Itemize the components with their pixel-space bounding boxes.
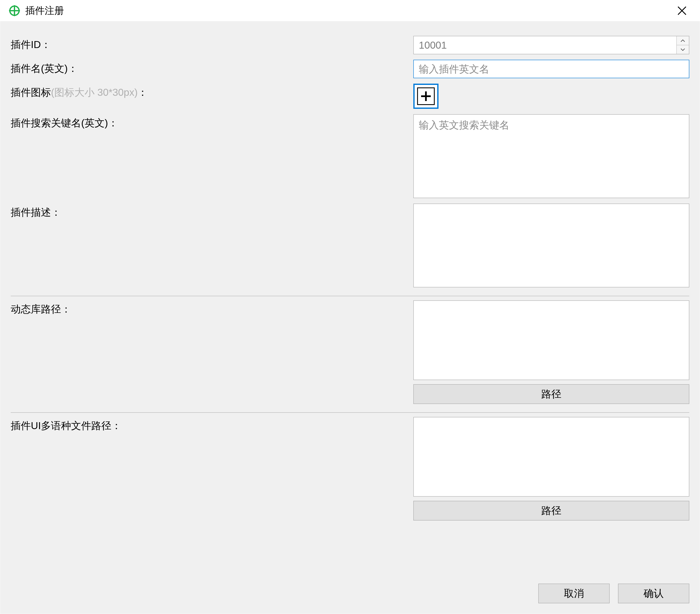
spinner-down[interactable] bbox=[677, 45, 689, 54]
ui-lang-path-browse-button[interactable]: 路径 bbox=[413, 501, 689, 521]
chevron-down-icon bbox=[680, 48, 685, 51]
section-ui-lang-path: 插件UI多语种文件路径： 路径 bbox=[11, 413, 689, 529]
plugin-icon-picker[interactable] bbox=[413, 84, 438, 109]
cancel-button[interactable]: 取消 bbox=[538, 584, 610, 603]
dll-path-input[interactable] bbox=[413, 300, 689, 380]
label-plugin-icon-hint: (图标大小 30*30px) bbox=[51, 87, 138, 98]
row-plugin-desc: 插件描述： bbox=[11, 204, 689, 287]
row-plugin-name-en: 插件名(英文)： bbox=[11, 60, 689, 78]
label-plugin-icon: 插件图标(图标大小 30*30px)： bbox=[11, 84, 413, 99]
dialog-body: 插件ID： 10001 bbox=[0, 21, 700, 575]
label-plugin-icon-suffix: ： bbox=[138, 87, 148, 98]
window-title: 插件注册 bbox=[25, 4, 64, 17]
plugin-desc-input[interactable] bbox=[413, 204, 689, 287]
dialog-footer: 取消 确认 bbox=[0, 575, 700, 614]
dll-path-browse-button[interactable]: 路径 bbox=[413, 384, 689, 404]
label-plugin-icon-prefix: 插件图标 bbox=[11, 87, 51, 98]
row-ui-lang-path: 插件UI多语种文件路径： 路径 bbox=[11, 417, 689, 521]
confirm-button[interactable]: 确认 bbox=[618, 584, 689, 603]
plugin-register-dialog: 插件注册 插件ID： 10001 bbox=[0, 0, 700, 614]
plugin-id-value: 10001 bbox=[414, 39, 676, 51]
section-basic: 插件ID： 10001 bbox=[11, 31, 689, 296]
plugin-keywords-input[interactable] bbox=[413, 114, 689, 198]
row-plugin-keywords: 插件搜索关键名(英文)： bbox=[11, 114, 689, 198]
label-plugin-id: 插件ID： bbox=[11, 36, 413, 51]
label-plugin-desc: 插件描述： bbox=[11, 204, 413, 219]
plugin-id-spinner[interactable]: 10001 bbox=[413, 36, 689, 54]
ui-lang-path-input[interactable] bbox=[413, 417, 689, 497]
close-icon bbox=[677, 6, 687, 15]
app-icon bbox=[9, 5, 20, 16]
chevron-up-icon bbox=[680, 39, 685, 42]
row-dll-path: 动态库路径： 路径 bbox=[11, 300, 689, 404]
label-plugin-name-en: 插件名(英文)： bbox=[11, 60, 413, 75]
plus-icon bbox=[420, 91, 432, 102]
spinner-up[interactable] bbox=[677, 36, 689, 45]
row-plugin-icon: 插件图标(图标大小 30*30px)： bbox=[11, 84, 689, 109]
close-button[interactable] bbox=[671, 0, 693, 21]
spinner-buttons bbox=[676, 36, 689, 54]
row-plugin-id: 插件ID： 10001 bbox=[11, 36, 689, 54]
plugin-name-en-input[interactable] bbox=[413, 60, 689, 78]
label-plugin-keywords: 插件搜索关键名(英文)： bbox=[11, 114, 413, 130]
titlebar: 插件注册 bbox=[0, 0, 700, 21]
plus-box bbox=[417, 87, 435, 105]
section-dll-path: 动态库路径： 路径 bbox=[11, 296, 689, 412]
label-dll-path: 动态库路径： bbox=[11, 300, 413, 316]
label-ui-lang-path: 插件UI多语种文件路径： bbox=[11, 417, 413, 433]
